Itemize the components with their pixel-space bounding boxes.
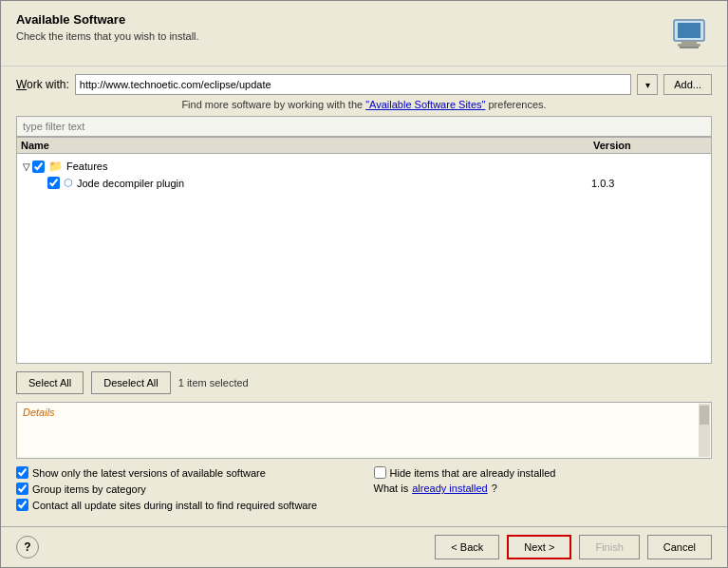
help-button[interactable]: ? [16, 536, 39, 559]
filter-input[interactable] [16, 116, 712, 137]
option-hide-label: Hide items that are already installed [390, 467, 556, 479]
option-latest-versions[interactable] [16, 466, 28, 479]
deselect-all-button[interactable]: Deselect All [91, 371, 170, 394]
plugin-icon: ⬡ [64, 177, 73, 189]
details-content: Details [17, 403, 711, 458]
jode-label: Jode decompiler plugin [77, 178, 591, 189]
table-header: Name Version [17, 138, 711, 154]
table-row: ▽ 📁 Features [21, 158, 707, 175]
header-text: Available Software Check the items that … [16, 12, 199, 42]
select-buttons-row: Select All Deselect All 1 item selected [16, 371, 712, 394]
footer: ? < Back Next > Finish Cancel [1, 526, 727, 567]
finish-button[interactable]: Finish [579, 535, 639, 559]
next-button[interactable]: Next > [507, 535, 571, 559]
cancel-button[interactable]: Cancel [647, 535, 712, 559]
content-area: Work with: ▾ Add... Find more software b… [1, 66, 727, 526]
option-group-label: Group items by category [32, 483, 146, 495]
svg-rect-4 [680, 47, 699, 48]
available-software-sites-link[interactable]: "Available Software Sites" [365, 99, 485, 110]
find-more-text: Find more software by working with the [181, 99, 365, 110]
option-contact-label: Contact all update sites during install … [32, 500, 317, 511]
add-button[interactable]: Add... [663, 74, 712, 95]
dialog: Available Software Check the items that … [0, 0, 728, 568]
expand-icon[interactable]: ▽ [23, 161, 30, 172]
work-with-row: Work with: ▾ Add... [16, 74, 712, 95]
header-icon [666, 12, 712, 58]
option-contact-sites[interactable] [16, 499, 28, 511]
work-with-label: Work with: [16, 78, 69, 91]
footer-right: < Back Next > Finish Cancel [435, 535, 712, 559]
option-row-2: Group items by category [16, 483, 355, 495]
question-mark: ? [492, 483, 497, 494]
dialog-title: Available Software [16, 12, 199, 27]
selected-count: 1 item selected [178, 377, 249, 388]
details-label: Details [23, 407, 694, 418]
option-group-category[interactable] [16, 483, 28, 495]
select-all-button[interactable]: Select All [16, 371, 84, 394]
col-version-header: Version [593, 140, 707, 151]
jode-checkbox[interactable] [47, 177, 60, 189]
computer-icon [666, 12, 712, 58]
url-dropdown-button[interactable]: ▾ [637, 74, 658, 95]
option-hide-installed[interactable] [374, 466, 386, 479]
table-row: ⬡ Jode decompiler plugin 1.0.3 [21, 175, 707, 191]
details-scrollbar[interactable] [699, 404, 710, 457]
header-area: Available Software Check the items that … [1, 1, 727, 66]
option-row-1: Show only the latest versions of availab… [16, 466, 355, 479]
what-is-text: What is [374, 483, 409, 494]
option-row-already: What is already installed ? [374, 483, 713, 494]
back-button[interactable]: < Back [435, 535, 499, 559]
table-body: ▽ 📁 Features ⬡ Jode decompiler plugin 1.… [17, 154, 711, 195]
options-right: Hide items that are already installed Wh… [374, 466, 713, 511]
footer-left: ? [16, 536, 39, 559]
software-table: Name Version ▽ 📁 Features ⬡ Jode decompi… [16, 137, 712, 364]
features-label: Features [66, 161, 591, 172]
col-name-header: Name [21, 140, 593, 151]
option-row-3: Contact all update sites during install … [16, 499, 355, 511]
find-more-text-after: preferences. [485, 99, 546, 110]
options-left: Show only the latest versions of availab… [16, 466, 355, 511]
option-row-hide: Hide items that are already installed [374, 466, 713, 479]
details-wrapper: Details [16, 402, 712, 459]
svg-rect-3 [678, 44, 700, 47]
scrollbar-thumb [700, 406, 709, 425]
folder-icon: 📁 [48, 160, 63, 173]
options-area: Show only the latest versions of availab… [16, 466, 712, 511]
svg-rect-2 [681, 41, 697, 44]
features-checkbox[interactable] [32, 161, 45, 173]
dialog-subtitle: Check the items that you wish to install… [16, 30, 199, 42]
already-installed-link[interactable]: already installed [412, 483, 488, 494]
option-latest-label: Show only the latest versions of availab… [32, 467, 266, 479]
find-more-row: Find more software by working with the "… [16, 99, 712, 110]
url-input[interactable] [75, 74, 631, 95]
svg-rect-1 [678, 23, 700, 38]
jode-version: 1.0.3 [591, 178, 705, 189]
